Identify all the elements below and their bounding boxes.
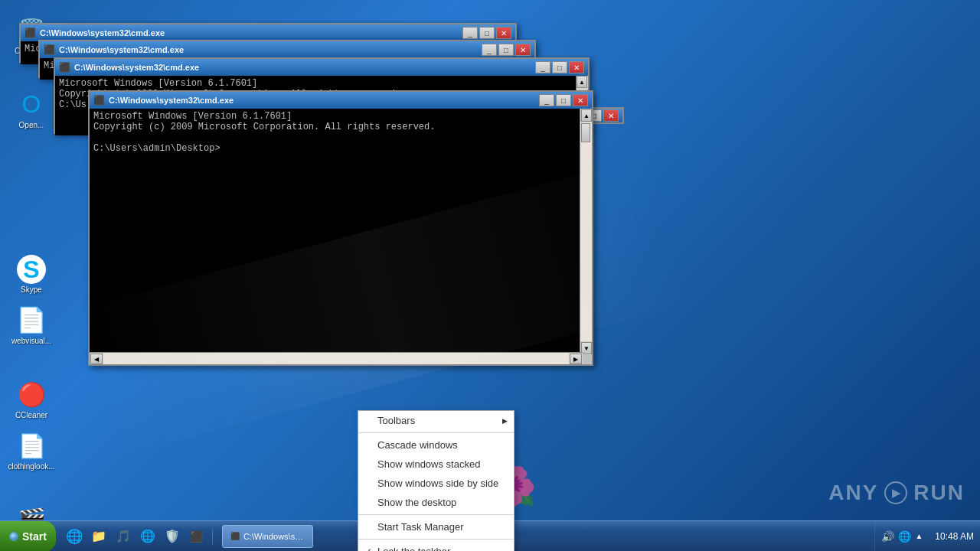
close-btn-2[interactable]: ✕ (515, 44, 531, 56)
maximize-btn-2[interactable]: □ (498, 44, 514, 56)
scroll-track-front (580, 122, 592, 341)
menu-separator-3 (358, 539, 514, 540)
menu-show-desktop-label: Show the desktop (377, 497, 456, 508)
scroll-up-3[interactable]: ▲ (577, 76, 587, 88)
desktop-icon-openoffice[interactable]: O Open... (4, 86, 59, 133)
cmd-content-front[interactable]: Microsoft Windows [Version 6.1.7601] Cop… (90, 109, 592, 355)
cmd-icon-front: ⬛ (93, 94, 106, 106)
minimize-btn-3[interactable]: _ (535, 61, 550, 73)
context-menu: Toolbars Cascade windows Show windows st… (358, 410, 514, 551)
skype-label: Skype (21, 285, 42, 295)
desktop-icon-ccleaner[interactable]: 🔴 CCleaner (4, 376, 59, 423)
tray-sound-icon[interactable]: 🔊 (881, 530, 894, 543)
menu-separator-1 (358, 432, 514, 433)
clock-time: 10:48 AM (935, 531, 974, 542)
menu-side-by-side[interactable]: Show windows side by side (358, 474, 514, 493)
openoffice-label: Open... (19, 121, 44, 130)
scroll-left-front[interactable]: ◀ (90, 354, 103, 364)
menu-toolbars-label: Toolbars (377, 415, 415, 426)
window-titlebar-front[interactable]: ⬛ C:\Windows\system32\cmd.exe _ □ ✕ (90, 92, 592, 109)
cmd-line-front-1: Microsoft Windows [Version 6.1.7601] (93, 111, 580, 122)
taskbar-folder-icon[interactable]: 📁 (87, 525, 110, 548)
clock-display[interactable]: 10:48 AM (929, 531, 980, 542)
cmd-line-front-3 (93, 132, 580, 143)
cmd-window-front[interactable]: ⬛ C:\Windows\system32\cmd.exe _ □ ✕ Micr… (88, 90, 593, 366)
clothing-icon: 📄 (16, 430, 47, 461)
start-button[interactable]: Start (0, 521, 56, 552)
cmd-line-front-4: C:\Users\admin\Desktop> (93, 143, 580, 154)
window-titlebar-3[interactable]: ⬛ C:\Windows\system32\cmd.exe _ □ ✕ (55, 59, 588, 76)
start-label: Start (22, 530, 47, 543)
scroll-track-h (103, 353, 569, 364)
menu-show-desktop[interactable]: Show the desktop (358, 493, 514, 512)
close-btn-front[interactable]: ✕ (573, 94, 588, 106)
desktop-icon-skype[interactable]: S Skype (4, 252, 59, 298)
taskbar-avast-icon[interactable]: 🛡️ (161, 525, 184, 548)
menu-separator-2 (358, 514, 514, 515)
start-orb (9, 532, 18, 541)
window-titlebar-2[interactable]: ⬛ C:\Windows\system32\cmd.exe _ □ ✕ (40, 41, 534, 58)
window-title-text-1: C:\Windows\system32\cmd.exe (40, 28, 462, 37)
taskbar-ie-icon[interactable]: 🌐 (63, 525, 86, 548)
minimize-btn-1[interactable]: _ (462, 27, 478, 39)
desktop: 🗑️ Computer O Open... S Skype 📄 webvisua… (0, 0, 980, 551)
desktop-icon-clothing[interactable]: 📄 clothinglook... (4, 427, 59, 474)
menu-stacked-label: Show windows stacked (377, 458, 480, 470)
anyrun-logo: ANY ▶ RUN (828, 481, 965, 505)
cmd-icon-1: ⬛ (24, 27, 37, 39)
close-btn-1[interactable]: ✕ (496, 27, 511, 39)
quick-launch-area: 🌐 📁 🎵 🌐 🛡️ ⬛ (60, 525, 218, 548)
menu-lock-taskbar-label: Lock the taskbar (377, 546, 450, 551)
tray-arrow-icon[interactable]: ▲ (915, 532, 923, 540)
cmd-icon-3: ⬛ (59, 61, 71, 73)
minimize-btn-front[interactable]: _ (539, 94, 554, 106)
menu-task-manager[interactable]: Start Task Manager (358, 517, 514, 536)
taskbar-cmd-icon[interactable]: ⬛ (185, 525, 208, 548)
cmd-icon-2: ⬛ (44, 44, 56, 56)
window-titlebar-1[interactable]: ⬛ C:\Windows\system32\cmd.exe _ □ ✕ (21, 24, 515, 41)
scrollbar-front-v[interactable]: ▲ ▼ (580, 109, 592, 355)
webvisual-label: webvisual... (11, 337, 51, 346)
skype-icon: S (17, 255, 46, 284)
scroll-thumb-front[interactable] (581, 123, 590, 142)
window-controls-front: _ □ ✕ (539, 94, 588, 106)
taskbar-wmp-icon[interactable]: 🎵 (112, 525, 135, 548)
taskbar-tasks-area: ⬛ C:\Windows\sy... (218, 525, 874, 548)
scroll-up-front[interactable]: ▲ (581, 109, 592, 122)
anyrun-text-run: RUN (913, 481, 965, 505)
menu-task-manager-label: Start Task Manager (377, 521, 463, 533)
menu-cascade-label: Cascade windows (377, 439, 458, 451)
window-controls-2: _ □ ✕ (482, 44, 531, 56)
cmd-line-front-2: Copyright (c) 2009 Microsoft Corporation… (93, 122, 580, 132)
close-extra[interactable]: ✕ (603, 109, 619, 122)
tray-network-icon[interactable]: 🌐 (898, 530, 911, 543)
clothing-label: clothinglook... (8, 462, 54, 471)
menu-lock-taskbar[interactable]: Lock the taskbar (358, 542, 514, 551)
maximize-btn-1[interactable]: □ (479, 27, 495, 39)
menu-stacked[interactable]: Show windows stacked (358, 455, 514, 474)
taskbar-chrome-icon[interactable]: 🌐 (136, 525, 159, 548)
anyrun-text-any: ANY (828, 481, 878, 505)
minimize-btn-2[interactable]: _ (482, 44, 497, 56)
window-controls-3: _ □ ✕ (535, 61, 584, 73)
maximize-btn-3[interactable]: □ (552, 61, 567, 73)
scroll-right-front[interactable]: ▶ (570, 354, 582, 364)
maximize-btn-front[interactable]: □ (556, 94, 571, 106)
taskbar-task-cmd[interactable]: ⬛ C:\Windows\sy... (222, 525, 313, 548)
task-icon: ⬛ (230, 532, 240, 540)
desktop-icon-area: 🗑️ Computer O Open... S Skype 📄 webvisua… (0, 0, 61, 551)
webvisual-icon: 📄 (16, 305, 47, 335)
menu-toolbars[interactable]: Toolbars (358, 411, 514, 430)
openoffice-icon: O (16, 89, 47, 119)
cmd-line-3a: Microsoft Windows [Version 6.1.7601] (59, 78, 584, 89)
desktop-icon-webvisual[interactable]: 📄 webvisual... (4, 302, 59, 349)
task-label: C:\Windows\sy... (243, 532, 305, 541)
anyrun-play-icon: ▶ (884, 481, 907, 504)
scroll-down-front[interactable]: ▼ (581, 342, 592, 354)
menu-side-by-side-label: Show windows side by side (377, 478, 498, 489)
close-btn-3[interactable]: ✕ (569, 61, 584, 73)
menu-cascade[interactable]: Cascade windows (358, 435, 514, 455)
scrollbar-front-h[interactable]: ◀ ▶ (90, 352, 583, 364)
ccleaner-icon: 🔴 (16, 379, 47, 409)
window-controls-1: _ □ ✕ (462, 27, 511, 39)
